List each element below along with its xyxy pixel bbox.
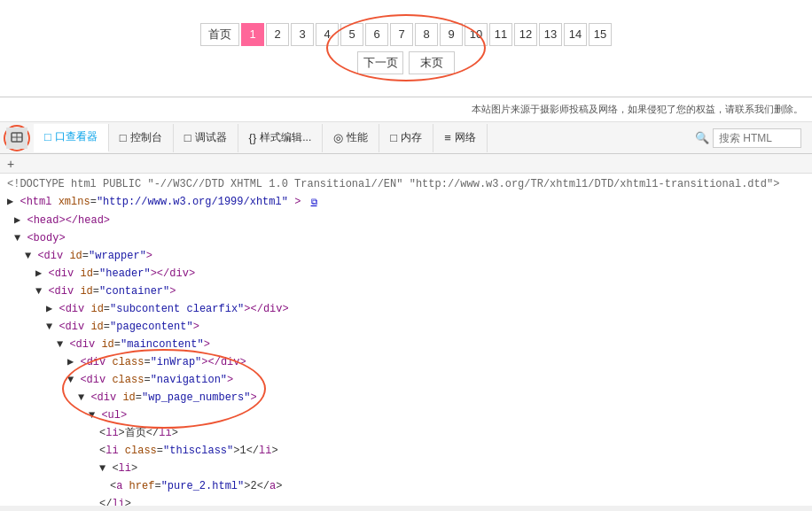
- wrapper-arrow: ▼: [25, 250, 37, 262]
- network-icon: ≡: [444, 131, 451, 144]
- notice-text: 本站图片来源于摄影师投稿及网络，如果侵犯了您的权益，请联系我们删除。: [472, 104, 803, 114]
- first-page-btn[interactable]: 首页: [200, 23, 239, 46]
- navigation-div-line: ▼ <div class="navigation">: [0, 371, 812, 389]
- style-icon: {}: [249, 131, 257, 144]
- inspect-element-btn[interactable]: [6, 128, 27, 149]
- pagecontent-arrow: ▼: [46, 321, 59, 333]
- pagecontent-div-line: ▼ <div id="pagecontent">: [0, 318, 812, 336]
- page-btn-5[interactable]: 5: [340, 23, 363, 46]
- tab-style-label: 样式编辑...: [260, 130, 311, 145]
- pagination-row: 首页 1 2 3 4 5 6 7 8 9 10 11 12 13 14 15: [200, 23, 612, 46]
- li-2-arrow: ▼: [99, 462, 112, 475]
- last-page-btn[interactable]: 末页: [409, 51, 455, 74]
- page-btn-7[interactable]: 7: [390, 23, 413, 46]
- console-icon: □: [120, 131, 127, 144]
- wp-arrow: ▼: [78, 391, 90, 404]
- ul-arrow: ▼: [89, 409, 101, 422]
- header-arrow: ▶: [35, 267, 48, 280]
- tab-style[interactable]: {} 样式编辑...: [238, 124, 324, 152]
- li-2-close-line: </li>: [0, 495, 812, 506]
- html-tag: <html: [20, 196, 51, 208]
- html-tree: <!DOCTYPE html PUBLIC "-//W3C//DTD XHTML…: [0, 174, 812, 506]
- inwrap-div-line: ▶ <div class="inWrap"></div>: [0, 353, 812, 371]
- body-open-line: ▼ <body>: [0, 229, 812, 247]
- ul-line: ▼ <ul>: [0, 406, 812, 424]
- perf-icon: ◎: [333, 131, 343, 144]
- tab-network-label: 网络: [455, 130, 476, 145]
- inspect-element-circle: [4, 125, 30, 151]
- debugger-icon: □: [184, 131, 191, 144]
- tab-memory[interactable]: □ 内存: [379, 124, 433, 152]
- search-icon: 🔍: [695, 131, 709, 144]
- devtools-toolbar: □ 口查看器 □ 控制台 □ 调试器 {} 样式编辑... ◎ 性能 □ 内存 …: [0, 122, 812, 154]
- search-input[interactable]: [713, 128, 801, 148]
- cursor-icon: [10, 131, 24, 145]
- tab-memory-label: 内存: [401, 130, 422, 145]
- inwrap-arrow: ▶: [67, 356, 80, 368]
- doctype-text: <!DOCTYPE html PUBLIC "-//W3C//DTD XHTML…: [7, 178, 779, 190]
- maincontent-div-line: ▼ <div id="maincontent">: [0, 336, 812, 353]
- subcontent-arrow: ▶: [46, 303, 59, 315]
- inspector-icon: □: [44, 130, 51, 143]
- page-btn-10[interactable]: 10: [465, 23, 488, 46]
- notice-bar: 本站图片来源于摄影师投稿及网络，如果侵犯了您的权益，请联系我们删除。: [0, 97, 812, 122]
- maincontent-arrow: ▼: [57, 338, 69, 351]
- header-div-line: ▶ <div id="header"></div>: [0, 265, 812, 283]
- subcontent-div-line: ▶ <div id="subcontent clearfix"></div>: [0, 300, 812, 318]
- tree-arrow-head: ▶: [14, 214, 27, 227]
- head-tag-line: ▶ <head></head>: [0, 212, 812, 229]
- page-btn-9[interactable]: 9: [440, 23, 463, 46]
- html-tree-wrapper: <!DOCTYPE html PUBLIC "-//W3C//DTD XHTML…: [0, 174, 812, 506]
- page-btn-6[interactable]: 6: [365, 23, 388, 46]
- search-area: 🔍: [695, 128, 808, 148]
- page-btn-4[interactable]: 4: [316, 23, 339, 46]
- a-2-line: <a href="pure_2.html">2</a>: [0, 477, 812, 495]
- li-2-open-line: ▼ <li>: [0, 460, 812, 477]
- tab-debugger-label: 调试器: [195, 130, 227, 145]
- page-btn-14[interactable]: 14: [564, 23, 587, 46]
- page-btn-2[interactable]: 2: [266, 23, 289, 46]
- xmlns-link-icon[interactable]: ⧉: [311, 197, 317, 207]
- page-btn-15[interactable]: 15: [589, 23, 612, 46]
- add-button[interactable]: +: [7, 157, 14, 171]
- tab-network[interactable]: ≡ 网络: [433, 124, 488, 152]
- webpage-preview: 首页 1 2 3 4 5 6 7 8 9 10 11 12 13 14 15 下…: [0, 0, 812, 97]
- tab-debugger[interactable]: □ 调试器: [174, 124, 238, 152]
- page-btn-1[interactable]: 1: [241, 23, 264, 46]
- page-btn-11[interactable]: 11: [489, 23, 512, 46]
- page-btn-3[interactable]: 3: [291, 23, 314, 46]
- page-btn-12[interactable]: 12: [514, 23, 537, 46]
- tab-console[interactable]: □ 控制台: [109, 124, 174, 152]
- head-open-tag: <head>: [27, 214, 65, 227]
- nav-arrow: ▼: [67, 374, 80, 386]
- memory-icon: □: [390, 131, 397, 144]
- pagination-nav: 下一页 末页: [357, 51, 455, 74]
- doctype-line: <!DOCTYPE html PUBLIC "-//W3C//DTD XHTML…: [0, 175, 812, 193]
- li-home-line: <li>首页</li>: [0, 424, 812, 442]
- page-btn-8[interactable]: 8: [415, 23, 438, 46]
- li-thisclass-line: <li class="thisclass">1</li>: [0, 442, 812, 460]
- tree-arrow: ▶: [7, 196, 20, 208]
- body-tag: <body>: [27, 232, 65, 244]
- container-arrow: ▼: [35, 285, 48, 298]
- prev-page-btn[interactable]: 下一页: [357, 51, 403, 74]
- wrapper-div-line: ▼ <div id="wrapper">: [0, 247, 812, 265]
- xmlns-attr: xmlns="http://www.w3.org/1999/xhtml": [59, 196, 288, 208]
- container-div-line: ▼ <div id="container">: [0, 283, 812, 300]
- wp-page-numbers-div-line: ▼ <div id="wp_page_numbers">: [0, 389, 812, 406]
- body-arrow: ▼: [14, 232, 27, 244]
- pagination-container: 首页 1 2 3 4 5 6 7 8 9 10 11 12 13 14 15 下…: [200, 23, 612, 74]
- tab-performance-label: 性能: [347, 130, 368, 145]
- tab-inspector-label: 口查看器: [55, 129, 98, 144]
- tab-inspector[interactable]: □ 口查看器: [34, 124, 109, 152]
- add-line: +: [0, 154, 812, 174]
- page-btn-13[interactable]: 13: [539, 23, 562, 46]
- html-tag-line: ▶ <html xmlns="http://www.w3.org/1999/xh…: [0, 193, 812, 212]
- tab-performance[interactable]: ◎ 性能: [323, 124, 379, 152]
- tab-console-label: 控制台: [130, 130, 162, 145]
